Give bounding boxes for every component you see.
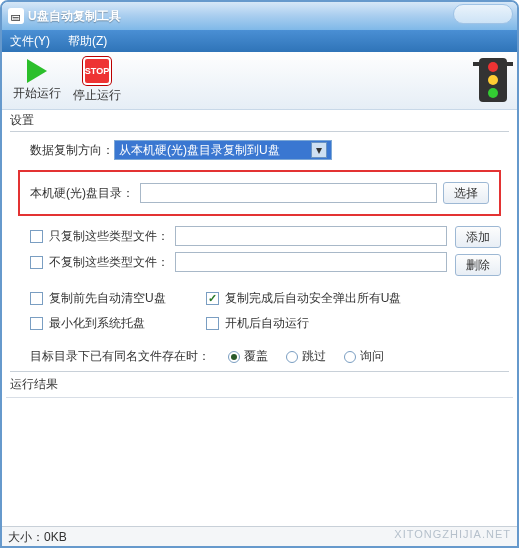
statusbar: 大小：0KB [2, 526, 517, 546]
divider [10, 371, 509, 372]
toolbar: 开始运行 STOP 停止运行 [2, 52, 517, 110]
only-copy-input[interactable] [175, 226, 447, 246]
start-label: 开始运行 [13, 85, 61, 102]
minimize-tray-label: 最小化到系统托盘 [49, 315, 145, 332]
yellow-light-icon [488, 75, 498, 85]
only-copy-checkbox[interactable] [30, 230, 43, 243]
radio-ask [344, 351, 356, 363]
duplicate-label: 目标目录下已有同名文件存在时： [30, 348, 210, 365]
radio-skip-item[interactable]: 跳过 [286, 348, 326, 365]
radio-overwrite-item[interactable]: 覆盖 [228, 348, 268, 365]
results-area [6, 397, 513, 525]
start-button[interactable]: 开始运行 [10, 56, 64, 106]
duplicate-action-row: 目标目录下已有同名文件存在时： 覆盖 跳过 询问 [30, 348, 501, 365]
stop-button[interactable]: STOP 停止运行 [70, 56, 124, 106]
options-grid: 复制前先自动清空U盘 最小化到系统托盘 复制完成后自动安全弹出所有U盘 开机后自… [30, 290, 501, 340]
filter-buttons: 添加 删除 [455, 226, 501, 278]
eject-after-row: 复制完成后自动安全弹出所有U盘 [206, 290, 402, 307]
local-dir-label: 本机硬(光)盘目录： [30, 185, 134, 202]
eject-after-label: 复制完成后自动安全弹出所有U盘 [225, 290, 402, 307]
titlebar[interactable]: 🖴 U盘自动复制工具 [2, 2, 517, 30]
radio-ask-label: 询问 [360, 348, 384, 365]
add-button[interactable]: 添加 [455, 226, 501, 248]
direction-select[interactable]: 从本机硬(光)盘目录复制到U盘 ▾ [114, 140, 332, 160]
local-dir-highlight-box: 本机硬(光)盘目录： 选择 [18, 170, 501, 216]
radio-skip [286, 351, 298, 363]
radio-skip-label: 跳过 [302, 348, 326, 365]
results-group-label: 运行结果 [2, 374, 517, 395]
direction-label: 数据复制方向： [30, 142, 114, 159]
settings-body: 数据复制方向： 从本机硬(光)盘目录复制到U盘 ▾ 本机硬(光)盘目录： 选择 … [2, 134, 517, 369]
not-copy-label: 不复制这些类型文件： [49, 254, 169, 271]
filter-left: 只复制这些类型文件： 不复制这些类型文件： [30, 226, 447, 278]
options-col-left: 复制前先自动清空U盘 最小化到系统托盘 [30, 290, 166, 340]
clear-before-row: 复制前先自动清空U盘 [30, 290, 166, 307]
status-size: 大小：0KB [8, 530, 67, 544]
clear-before-checkbox[interactable] [30, 292, 43, 305]
radio-ask-item[interactable]: 询问 [344, 348, 384, 365]
green-light-icon [488, 88, 498, 98]
app-window: 🖴 U盘自动复制工具 文件(Y) 帮助(Z) 开始运行 STOP 停止运行 设置… [0, 0, 519, 548]
only-copy-row: 只复制这些类型文件： [30, 226, 447, 246]
delete-button[interactable]: 删除 [455, 254, 501, 276]
direction-value: 从本机硬(光)盘目录复制到U盘 [119, 142, 280, 159]
not-copy-row: 不复制这些类型文件： [30, 252, 447, 272]
radio-overwrite [228, 351, 240, 363]
chevron-down-icon: ▾ [311, 142, 327, 158]
direction-row: 数据复制方向： 从本机硬(光)盘目录复制到U盘 ▾ [30, 140, 501, 160]
traffic-light-icon [479, 58, 507, 102]
autorun-row: 开机后自动运行 [206, 315, 402, 332]
options-col-right: 复制完成后自动安全弹出所有U盘 开机后自动运行 [206, 290, 402, 340]
menu-file[interactable]: 文件(Y) [10, 33, 50, 50]
menu-help[interactable]: 帮助(Z) [68, 33, 107, 50]
only-copy-label: 只复制这些类型文件： [49, 228, 169, 245]
stop-label: 停止运行 [73, 87, 121, 104]
autorun-checkbox[interactable] [206, 317, 219, 330]
red-light-icon [488, 62, 498, 72]
not-copy-input[interactable] [175, 252, 447, 272]
play-icon [27, 59, 47, 83]
app-icon: 🖴 [8, 8, 24, 24]
autorun-label: 开机后自动运行 [225, 315, 309, 332]
select-dir-button[interactable]: 选择 [443, 182, 489, 204]
minimize-tray-row: 最小化到系统托盘 [30, 315, 166, 332]
filter-section: 只复制这些类型文件： 不复制这些类型文件： 添加 删除 [30, 226, 501, 278]
settings-group-label: 设置 [2, 110, 517, 129]
stop-icon: STOP [83, 57, 111, 85]
content-area: 设置 数据复制方向： 从本机硬(光)盘目录复制到U盘 ▾ 本机硬(光)盘目录： … [2, 110, 517, 525]
eject-after-checkbox[interactable] [206, 292, 219, 305]
local-dir-input[interactable] [140, 183, 437, 203]
minimize-tray-checkbox[interactable] [30, 317, 43, 330]
menubar: 文件(Y) 帮助(Z) [2, 30, 517, 52]
clear-before-label: 复制前先自动清空U盘 [49, 290, 166, 307]
window-controls[interactable] [453, 4, 513, 24]
window-title: U盘自动复制工具 [28, 8, 121, 25]
radio-overwrite-label: 覆盖 [244, 348, 268, 365]
not-copy-checkbox[interactable] [30, 256, 43, 269]
divider [10, 131, 509, 132]
